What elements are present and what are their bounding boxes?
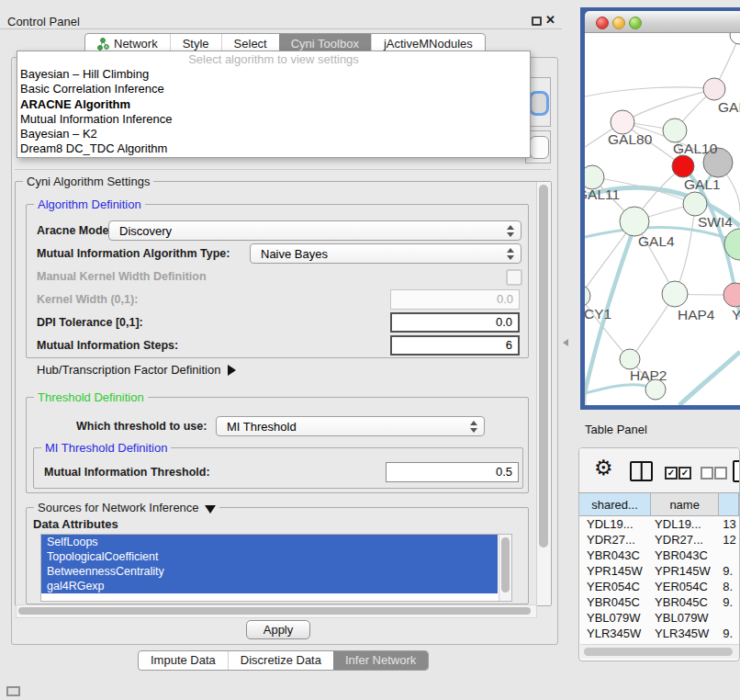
attributes-scrollbar-thumb[interactable] bbox=[501, 537, 510, 593]
network-node[interactable] bbox=[723, 283, 740, 307]
network-node[interactable] bbox=[663, 119, 687, 142]
spinner-arrows-icon bbox=[507, 225, 514, 237]
float-panel-button[interactable] bbox=[532, 17, 542, 26]
table-horizontal-scrollbar[interactable] bbox=[580, 644, 739, 659]
table-header: shared... name bbox=[579, 492, 739, 516]
column-header-partial[interactable] bbox=[719, 492, 739, 516]
table-cell[interactable]: 12 bbox=[719, 532, 739, 548]
network-node-label: GAL bbox=[718, 99, 740, 115]
table-row[interactable]: YBR045CYBR045C9. bbox=[579, 594, 739, 610]
settings-vertical-scrollbar[interactable] bbox=[536, 182, 551, 605]
attributes-scrollbar[interactable] bbox=[499, 535, 511, 601]
table-row[interactable]: YBR043CYBR043C bbox=[579, 548, 739, 563]
table-cell[interactable]: YBL079W bbox=[579, 610, 651, 626]
algorithm-option[interactable]: Basic Correlation Inference bbox=[17, 82, 530, 96]
algorithm-option[interactable]: Bayesian – K2 bbox=[17, 127, 530, 141]
manual-kernel-width-checkbox[interactable] bbox=[506, 269, 522, 286]
table-cell[interactable]: YLR345W bbox=[651, 626, 719, 641]
minimize-window-button[interactable] bbox=[612, 17, 625, 29]
tab-discretize-data[interactable]: Discretize Data bbox=[228, 651, 333, 670]
data-attributes-label: Data Attributes bbox=[33, 514, 118, 535]
settings-horizontal-scrollbar-thumb[interactable] bbox=[18, 607, 531, 615]
table-row[interactable]: YLR345WYLR345W9. bbox=[579, 626, 739, 641]
table-cell[interactable]: 9. bbox=[719, 626, 739, 641]
attribute-item[interactable]: TopologicalCoefficient bbox=[41, 549, 498, 564]
table-cell[interactable]: YPR145W bbox=[651, 563, 719, 579]
zoom-window-button[interactable] bbox=[629, 17, 642, 29]
tab-impute-data[interactable]: Impute Data bbox=[139, 651, 228, 670]
table-horizontal-scrollbar-thumb[interactable] bbox=[584, 648, 733, 656]
sources-group-title[interactable]: Sources for Network Inference bbox=[34, 501, 219, 514]
hub-definition-toggle[interactable]: Hub/Transcription Factor Definition bbox=[37, 363, 236, 377]
network-window-titlebar[interactable] bbox=[585, 11, 740, 33]
table-cell[interactable] bbox=[719, 548, 739, 563]
network-node[interactable] bbox=[620, 207, 649, 236]
table-row[interactable]: YDR27...YDR27...12 bbox=[579, 532, 739, 548]
network-node-label: GAL80 bbox=[608, 131, 653, 147]
network-node[interactable] bbox=[703, 78, 725, 100]
network-node[interactable] bbox=[730, 33, 740, 44]
table-row[interactable]: YPR145WYPR145W9. bbox=[579, 563, 739, 579]
table-cell[interactable] bbox=[719, 610, 739, 626]
which-threshold-select[interactable]: MI Threshold bbox=[216, 416, 485, 436]
apply-button[interactable]: Apply bbox=[246, 620, 310, 639]
new-table-icon[interactable] bbox=[733, 460, 740, 482]
table-cell[interactable]: YER054C bbox=[651, 579, 719, 594]
checkbox-unchecked-icon[interactable] bbox=[701, 467, 713, 480]
column-header-shared[interactable]: shared... bbox=[579, 492, 651, 516]
table-cell[interactable]: YDR27... bbox=[651, 532, 719, 548]
attribute-item[interactable]: BetweennessCentrality bbox=[41, 564, 498, 579]
tab-infer-network[interactable]: Infer Network bbox=[333, 651, 428, 670]
network-node[interactable] bbox=[683, 192, 707, 216]
table-cell[interactable]: YBR045C bbox=[651, 594, 719, 610]
table-cell[interactable]: 13 bbox=[719, 516, 739, 532]
table-cell[interactable]: YDR27... bbox=[579, 532, 651, 548]
algorithm-dropdown-list: Select algorithm to view settings Bayesi… bbox=[17, 51, 531, 158]
network-node[interactable] bbox=[662, 281, 688, 307]
table-cell[interactable]: YBR043C bbox=[651, 548, 719, 563]
mi-algorithm-type-select[interactable]: Naive Bayes bbox=[250, 243, 521, 264]
table-cell[interactable]: YDL19... bbox=[651, 516, 719, 532]
column-header-name[interactable]: name bbox=[651, 492, 719, 516]
algorithm-option[interactable]: Mutual Information Inference bbox=[17, 112, 530, 127]
close-window-button[interactable] bbox=[596, 17, 609, 29]
network-node[interactable] bbox=[620, 349, 640, 369]
checkbox-checked-icon[interactable]: ✓ bbox=[678, 467, 691, 480]
table-cell[interactable]: YBR045C bbox=[579, 594, 651, 610]
checkbox-checked-icon[interactable]: ✓ bbox=[665, 467, 678, 480]
table-row[interactable]: YBL079WYBL079W bbox=[579, 610, 739, 626]
mi-steps-field[interactable]: 6 bbox=[390, 335, 520, 356]
network-node[interactable] bbox=[672, 155, 694, 177]
table-cell[interactable]: 9. bbox=[719, 594, 739, 610]
splitter-handle[interactable] bbox=[563, 339, 568, 346]
table-cell[interactable]: YLR345W bbox=[579, 626, 651, 641]
attribute-item[interactable]: gal4RGexp bbox=[41, 579, 498, 593]
table-cell[interactable]: 9. bbox=[719, 563, 739, 579]
table-cell[interactable]: YDL19... bbox=[579, 516, 651, 532]
network-node[interactable] bbox=[585, 285, 590, 307]
kernel-width-field[interactable]: 0.0 bbox=[390, 289, 520, 310]
mi-threshold-field[interactable]: 0.5 bbox=[386, 462, 519, 482]
collapsed-panel-icon[interactable] bbox=[6, 686, 20, 696]
table-cell[interactable]: YPR145W bbox=[579, 563, 651, 579]
table-cell[interactable]: YBL079W bbox=[651, 610, 719, 626]
table-cell[interactable]: YBR043C bbox=[579, 548, 651, 563]
algorithm-option[interactable]: Bayesian – Hill Climbing bbox=[17, 67, 530, 82]
settings-vertical-scrollbar-thumb[interactable] bbox=[539, 185, 548, 548]
dpi-tolerance-field[interactable]: 0.0 bbox=[390, 312, 520, 333]
algorithm-option[interactable]: ARACNE Algorithm bbox=[17, 97, 530, 112]
aracne-mode-select[interactable]: Discovery bbox=[108, 220, 521, 241]
gear-icon[interactable]: ⚙ bbox=[594, 456, 613, 480]
network-canvas[interactable]: GALGAL80GAL10GAL1GAL11SWI4GAL4GCY1HAP4YH… bbox=[585, 33, 740, 405]
table-cell[interactable]: 8. bbox=[719, 579, 739, 594]
table-cell[interactable]: YER054C bbox=[579, 579, 651, 594]
checkbox-unchecked-icon[interactable] bbox=[714, 467, 727, 480]
algorithm-definition-title: Algorithm Definition bbox=[34, 198, 145, 211]
algorithm-option[interactable]: Dream8 DC_TDC Algorithm bbox=[17, 141, 530, 156]
columns-icon[interactable] bbox=[630, 461, 653, 481]
attribute-item[interactable]: SelfLoops bbox=[41, 535, 498, 549]
settings-horizontal-scrollbar[interactable] bbox=[16, 604, 537, 618]
close-panel-icon[interactable]: ✕ bbox=[545, 13, 555, 27]
table-row[interactable]: YER054CYER054C8. bbox=[579, 579, 739, 594]
table-row[interactable]: YDL19...YDL19...13 bbox=[579, 516, 739, 532]
